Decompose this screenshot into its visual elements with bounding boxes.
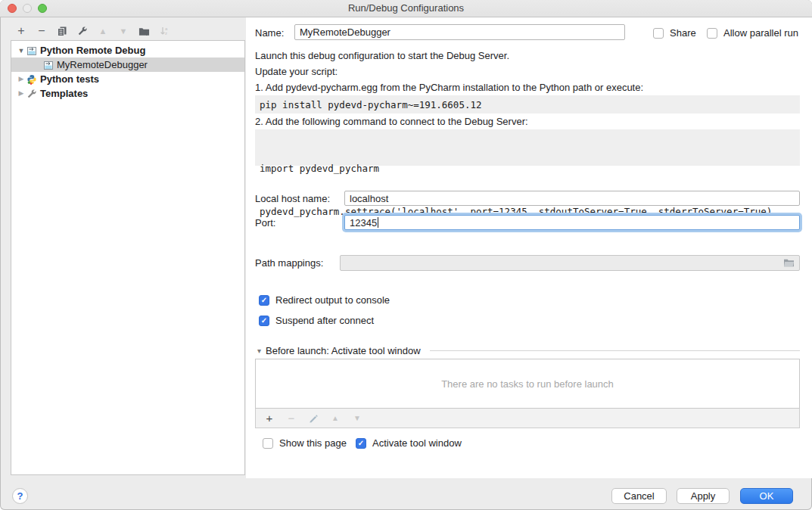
tree-item-label: Python tests bbox=[40, 73, 99, 85]
edit-templates-button[interactable] bbox=[76, 25, 89, 37]
suspend-after-connect-checkbox[interactable]: ✓ bbox=[259, 316, 269, 326]
move-up-button: ▲ bbox=[97, 25, 109, 37]
name-label: Name: bbox=[255, 27, 284, 39]
text-caret bbox=[378, 217, 378, 228]
collapse-section-arrow-icon[interactable]: ▾ bbox=[257, 347, 261, 355]
empty-tasks-text: There are no tasks to run before launch bbox=[441, 378, 614, 390]
remote-debug-config-icon bbox=[43, 60, 54, 70]
help-button[interactable]: ? bbox=[12, 488, 28, 504]
before-launch-header-label: Before launch: Activate tool window bbox=[266, 345, 421, 356]
section-divider bbox=[430, 350, 800, 351]
tree-item-myremotedebugger[interactable]: MyRemoteDebugger bbox=[11, 58, 244, 72]
remove-task-button: − bbox=[285, 412, 297, 424]
tree-item-label: MyRemoteDebugger bbox=[57, 59, 148, 70]
suspend-after-connect-row: ✓ Suspend after connect bbox=[259, 315, 374, 326]
run-debug-configurations-dialog: Run/Debug Configurations + − ▲ ▼ az ▼ Py… bbox=[0, 0, 812, 510]
minimize-window-button bbox=[23, 4, 32, 13]
pip-install-command: pip install pydevd-pycharm~=191.6605.12 bbox=[255, 95, 800, 114]
plus-icon: + bbox=[266, 412, 273, 424]
new-folder-button[interactable] bbox=[138, 25, 150, 37]
copy-configuration-button[interactable] bbox=[56, 25, 68, 37]
local-host-name-input[interactable]: localhost bbox=[344, 191, 800, 206]
browse-folder-icon[interactable] bbox=[783, 258, 795, 268]
show-this-page-label[interactable]: Show this page bbox=[279, 437, 347, 449]
tree-item-label: Templates bbox=[40, 88, 88, 99]
redirect-output-label[interactable]: Redirect output to console bbox=[275, 294, 390, 306]
activate-tool-window-checkbox[interactable]: ✓ bbox=[356, 438, 366, 449]
svg-text:a: a bbox=[165, 26, 168, 31]
ok-button-label: OK bbox=[760, 490, 774, 502]
path-mappings-input[interactable] bbox=[340, 255, 800, 271]
share-checkbox[interactable] bbox=[653, 28, 664, 39]
minus-icon: − bbox=[288, 412, 295, 424]
copy-icon bbox=[57, 26, 67, 36]
before-launch-section-header: ▾ Before launch: Activate tool window bbox=[257, 345, 800, 356]
port-input[interactable]: 12345 bbox=[344, 215, 800, 230]
window-title: Run/Debug Configurations bbox=[0, 0, 812, 16]
edit-task-button bbox=[307, 412, 319, 424]
step1-text: 1. Add pydevd-pycharm.egg from the PyCha… bbox=[255, 82, 643, 93]
ok-button[interactable]: OK bbox=[740, 488, 793, 504]
path-mappings-label: Path mappings: bbox=[255, 257, 323, 269]
svg-text:z: z bbox=[165, 31, 167, 36]
check-icon: ✓ bbox=[261, 317, 267, 325]
show-this-page-row: Show this page bbox=[263, 437, 347, 449]
tree-item-python-remote-debug[interactable]: ▼ Python Remote Debug bbox=[11, 43, 244, 58]
question-mark-icon: ? bbox=[17, 490, 23, 502]
name-input[interactable]: MyRemoteDebugger bbox=[294, 24, 625, 40]
tree-collapsed-arrow-icon[interactable]: ▶ bbox=[16, 89, 26, 98]
add-configuration-button[interactable]: + bbox=[15, 25, 27, 37]
move-task-down-button: ▼ bbox=[351, 412, 363, 424]
move-down-button: ▼ bbox=[117, 25, 129, 37]
window-controls bbox=[8, 4, 47, 13]
share-label[interactable]: Share bbox=[670, 27, 696, 39]
minus-icon: − bbox=[38, 25, 45, 37]
cancel-button-label: Cancel bbox=[624, 490, 654, 502]
tree-collapsed-arrow-icon[interactable]: ▶ bbox=[16, 75, 26, 84]
sort-az-icon: az bbox=[159, 26, 170, 36]
plus-icon: + bbox=[17, 25, 24, 37]
templates-wrench-icon bbox=[26, 89, 37, 99]
close-window-button[interactable] bbox=[8, 4, 17, 13]
suspend-after-connect-label[interactable]: Suspend after connect bbox=[275, 315, 374, 326]
intro-line-2: Update your script: bbox=[255, 66, 338, 77]
activate-tool-window-label[interactable]: Activate tool window bbox=[372, 437, 462, 449]
sort-configurations-button: az bbox=[158, 25, 170, 37]
local-host-name-value: localhost bbox=[350, 193, 388, 204]
activate-tool-window-row: ✓ Activate tool window bbox=[356, 437, 462, 449]
apply-button-label: Apply bbox=[691, 490, 716, 502]
python-tests-icon bbox=[26, 74, 37, 85]
settrace-code-block: import pydevd_pycharm pydevd_pycharm.set… bbox=[255, 129, 800, 166]
redirect-output-checkbox[interactable]: ✓ bbox=[259, 295, 269, 306]
tree-expanded-arrow-icon[interactable]: ▼ bbox=[16, 47, 26, 54]
arrow-up-icon: ▲ bbox=[331, 412, 339, 424]
tree-item-python-tests[interactable]: ▶ Python tests bbox=[11, 72, 244, 86]
name-value: MyRemoteDebugger bbox=[300, 26, 390, 38]
allow-parallel-run-label[interactable]: Allow parallel run bbox=[723, 27, 798, 39]
pencil-icon bbox=[309, 413, 319, 423]
arrow-down-icon: ▼ bbox=[120, 25, 128, 37]
tree-item-templates[interactable]: ▶ Templates bbox=[11, 86, 244, 101]
check-icon: ✓ bbox=[261, 297, 267, 304]
check-icon: ✓ bbox=[358, 440, 364, 447]
configurations-tree: ▼ Python Remote Debug MyRemoteDebugger ▶… bbox=[11, 40, 245, 475]
port-value: 12345 bbox=[350, 217, 377, 229]
cancel-button[interactable]: Cancel bbox=[611, 488, 667, 504]
configurations-toolbar: + − ▲ ▼ az bbox=[15, 23, 170, 39]
arrow-down-icon: ▼ bbox=[353, 412, 361, 424]
before-launch-task-list: There are no tasks to run before launch bbox=[255, 359, 800, 409]
show-this-page-checkbox[interactable] bbox=[263, 438, 273, 449]
titlebar: Run/Debug Configurations bbox=[0, 0, 812, 17]
allow-parallel-run-checkbox-row: Allow parallel run bbox=[707, 27, 798, 39]
move-task-up-button: ▲ bbox=[329, 412, 341, 424]
share-checkbox-row: Share bbox=[653, 27, 696, 39]
apply-button[interactable]: Apply bbox=[677, 488, 730, 504]
allow-parallel-run-checkbox[interactable] bbox=[707, 28, 717, 39]
arrow-up-icon: ▲ bbox=[99, 25, 107, 37]
add-task-button[interactable]: + bbox=[263, 412, 275, 424]
task-list-toolbar: + − ▲ ▼ bbox=[255, 409, 800, 428]
local-host-name-label: Local host name: bbox=[255, 193, 330, 205]
zoom-window-button[interactable] bbox=[38, 4, 47, 13]
tree-item-label: Python Remote Debug bbox=[40, 45, 145, 56]
remove-configuration-button[interactable]: − bbox=[36, 25, 48, 37]
